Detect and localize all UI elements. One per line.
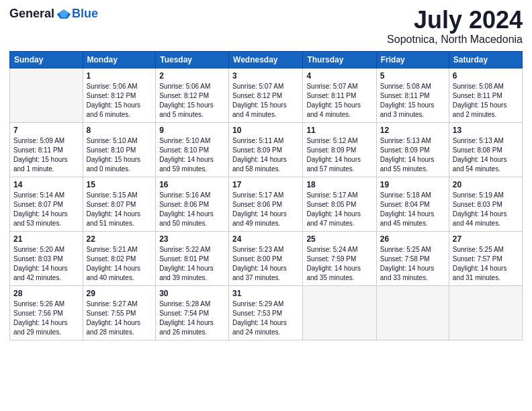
calendar-cell: 31Sunrise: 5:29 AM Sunset: 7:53 PM Dayli… xyxy=(229,285,303,340)
day-info: Sunrise: 5:24 AM Sunset: 7:59 PM Dayligh… xyxy=(306,245,372,283)
day-info: Sunrise: 5:10 AM Sunset: 8:10 PM Dayligh… xyxy=(159,136,225,174)
calendar-cell: 10Sunrise: 5:11 AM Sunset: 8:09 PM Dayli… xyxy=(229,122,303,177)
day-number: 1 xyxy=(87,71,152,81)
day-info: Sunrise: 5:17 AM Sunset: 8:05 PM Dayligh… xyxy=(306,191,372,228)
calendar-cell: 26Sunrise: 5:25 AM Sunset: 7:58 PM Dayli… xyxy=(376,231,449,285)
day-number: 4 xyxy=(306,71,372,81)
calendar-cell: 25Sunrise: 5:24 AM Sunset: 7:59 PM Dayli… xyxy=(303,231,376,285)
header-monday: Monday xyxy=(83,51,156,68)
calendar-week-row: 7Sunrise: 5:09 AM Sunset: 8:11 PM Daylig… xyxy=(10,122,523,177)
calendar-cell: 16Sunrise: 5:16 AM Sunset: 8:06 PM Dayli… xyxy=(156,177,229,231)
day-info: Sunrise: 5:10 AM Sunset: 8:10 PM Dayligh… xyxy=(87,136,152,174)
day-number: 16 xyxy=(159,180,225,189)
day-info: Sunrise: 5:06 AM Sunset: 8:12 PM Dayligh… xyxy=(159,82,225,120)
day-info: Sunrise: 5:11 AM Sunset: 8:09 PM Dayligh… xyxy=(232,136,299,174)
calendar-cell: 11Sunrise: 5:12 AM Sunset: 8:09 PM Dayli… xyxy=(303,122,376,177)
calendar-cell: 6Sunrise: 5:08 AM Sunset: 8:11 PM Daylig… xyxy=(449,68,522,122)
calendar-cell xyxy=(376,285,449,340)
header-saturday: Saturday xyxy=(449,51,522,68)
day-number: 21 xyxy=(13,234,79,244)
calendar-cell: 27Sunrise: 5:25 AM Sunset: 7:57 PM Dayli… xyxy=(449,231,522,285)
calendar-cell: 17Sunrise: 5:17 AM Sunset: 8:06 PM Dayli… xyxy=(229,177,303,231)
calendar-cell: 20Sunrise: 5:19 AM Sunset: 8:03 PM Dayli… xyxy=(449,177,522,231)
calendar-cell: 15Sunrise: 5:15 AM Sunset: 8:07 PM Dayli… xyxy=(83,177,156,231)
day-info: Sunrise: 5:20 AM Sunset: 8:03 PM Dayligh… xyxy=(13,245,79,283)
day-number: 26 xyxy=(380,234,445,244)
day-info: Sunrise: 5:17 AM Sunset: 8:06 PM Dayligh… xyxy=(232,191,299,228)
calendar-week-row: 1Sunrise: 5:06 AM Sunset: 8:12 PM Daylig… xyxy=(10,68,523,122)
subtitle: Sopotnica, North Macedonia xyxy=(387,34,523,46)
day-info: Sunrise: 5:29 AM Sunset: 7:53 PM Dayligh… xyxy=(232,300,299,337)
calendar-cell: 28Sunrise: 5:26 AM Sunset: 7:56 PM Dayli… xyxy=(10,285,83,340)
logo-icon xyxy=(56,8,72,20)
day-info: Sunrise: 5:27 AM Sunset: 7:55 PM Dayligh… xyxy=(87,300,152,337)
day-number: 8 xyxy=(87,126,152,135)
header-tuesday: Tuesday xyxy=(156,51,229,68)
logo-general-text: General xyxy=(9,7,54,21)
header: General Blue July 2024 Sopotnica, North … xyxy=(9,7,523,46)
day-info: Sunrise: 5:07 AM Sunset: 8:12 PM Dayligh… xyxy=(232,82,299,120)
calendar-week-row: 14Sunrise: 5:14 AM Sunset: 8:07 PM Dayli… xyxy=(10,177,523,231)
day-info: Sunrise: 5:14 AM Sunset: 8:07 PM Dayligh… xyxy=(13,191,79,228)
calendar-cell: 30Sunrise: 5:28 AM Sunset: 7:54 PM Dayli… xyxy=(156,285,229,340)
calendar-cell: 19Sunrise: 5:18 AM Sunset: 8:04 PM Dayli… xyxy=(376,177,449,231)
day-info: Sunrise: 5:12 AM Sunset: 8:09 PM Dayligh… xyxy=(306,136,372,174)
calendar: Sunday Monday Tuesday Wednesday Thursday… xyxy=(9,51,523,340)
day-number: 15 xyxy=(87,180,152,189)
day-number: 6 xyxy=(453,71,519,81)
calendar-cell: 7Sunrise: 5:09 AM Sunset: 8:11 PM Daylig… xyxy=(10,122,83,177)
day-number: 19 xyxy=(380,180,445,189)
day-info: Sunrise: 5:06 AM Sunset: 8:12 PM Dayligh… xyxy=(87,82,152,120)
calendar-week-row: 28Sunrise: 5:26 AM Sunset: 7:56 PM Dayli… xyxy=(10,285,523,340)
calendar-cell xyxy=(303,285,376,340)
header-friday: Friday xyxy=(376,51,449,68)
calendar-cell: 8Sunrise: 5:10 AM Sunset: 8:10 PM Daylig… xyxy=(83,122,156,177)
calendar-cell: 14Sunrise: 5:14 AM Sunset: 8:07 PM Dayli… xyxy=(10,177,83,231)
calendar-cell: 24Sunrise: 5:23 AM Sunset: 8:00 PM Dayli… xyxy=(229,231,303,285)
day-number: 11 xyxy=(306,126,372,135)
day-info: Sunrise: 5:13 AM Sunset: 8:09 PM Dayligh… xyxy=(380,136,445,174)
day-number: 30 xyxy=(159,289,225,298)
day-info: Sunrise: 5:25 AM Sunset: 7:57 PM Dayligh… xyxy=(453,245,519,283)
day-info: Sunrise: 5:07 AM Sunset: 8:11 PM Dayligh… xyxy=(306,82,372,120)
day-info: Sunrise: 5:22 AM Sunset: 8:01 PM Dayligh… xyxy=(159,245,225,283)
calendar-cell: 9Sunrise: 5:10 AM Sunset: 8:10 PM Daylig… xyxy=(156,122,229,177)
calendar-cell xyxy=(10,68,83,122)
day-number: 22 xyxy=(87,234,152,244)
calendar-cell: 5Sunrise: 5:08 AM Sunset: 8:11 PM Daylig… xyxy=(376,68,449,122)
day-number: 24 xyxy=(232,234,299,244)
main-title: July 2024 xyxy=(387,7,523,34)
day-number: 2 xyxy=(159,71,225,81)
calendar-cell xyxy=(449,285,522,340)
day-info: Sunrise: 5:19 AM Sunset: 8:03 PM Dayligh… xyxy=(453,191,519,228)
day-number: 7 xyxy=(13,126,79,135)
calendar-cell: 4Sunrise: 5:07 AM Sunset: 8:11 PM Daylig… xyxy=(303,68,376,122)
logo-blue-text: Blue xyxy=(72,7,98,21)
day-info: Sunrise: 5:08 AM Sunset: 8:11 PM Dayligh… xyxy=(453,82,519,120)
calendar-cell: 22Sunrise: 5:21 AM Sunset: 8:02 PM Dayli… xyxy=(83,231,156,285)
calendar-week-row: 21Sunrise: 5:20 AM Sunset: 8:03 PM Dayli… xyxy=(10,231,523,285)
day-number: 27 xyxy=(453,234,519,244)
day-info: Sunrise: 5:28 AM Sunset: 7:54 PM Dayligh… xyxy=(159,300,225,337)
day-number: 14 xyxy=(13,180,79,189)
logo: General Blue xyxy=(9,7,98,21)
day-number: 28 xyxy=(13,289,79,298)
day-info: Sunrise: 5:23 AM Sunset: 8:00 PM Dayligh… xyxy=(232,245,299,283)
day-info: Sunrise: 5:09 AM Sunset: 8:11 PM Dayligh… xyxy=(13,136,79,174)
day-number: 18 xyxy=(306,180,372,189)
day-number: 23 xyxy=(159,234,225,244)
day-info: Sunrise: 5:16 AM Sunset: 8:06 PM Dayligh… xyxy=(159,191,225,228)
header-sunday: Sunday xyxy=(10,51,83,68)
calendar-cell: 1Sunrise: 5:06 AM Sunset: 8:12 PM Daylig… xyxy=(83,68,156,122)
calendar-cell: 23Sunrise: 5:22 AM Sunset: 8:01 PM Dayli… xyxy=(156,231,229,285)
day-number: 5 xyxy=(380,71,445,81)
day-number: 29 xyxy=(87,289,152,298)
calendar-cell: 2Sunrise: 5:06 AM Sunset: 8:12 PM Daylig… xyxy=(156,68,229,122)
day-info: Sunrise: 5:25 AM Sunset: 7:58 PM Dayligh… xyxy=(380,245,445,283)
day-info: Sunrise: 5:26 AM Sunset: 7:56 PM Dayligh… xyxy=(13,300,79,337)
day-number: 13 xyxy=(453,126,519,135)
title-block: July 2024 Sopotnica, North Macedonia xyxy=(387,7,523,46)
day-number: 17 xyxy=(232,180,299,189)
calendar-cell: 29Sunrise: 5:27 AM Sunset: 7:55 PM Dayli… xyxy=(83,285,156,340)
calendar-header-row: Sunday Monday Tuesday Wednesday Thursday… xyxy=(10,51,523,68)
